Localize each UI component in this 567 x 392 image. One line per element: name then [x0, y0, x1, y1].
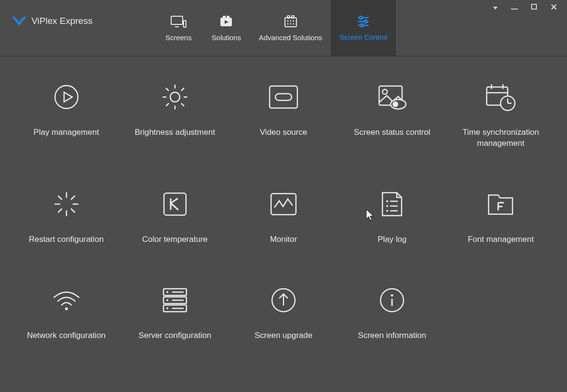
- svg-point-12: [287, 23, 288, 24]
- tile-time-synchronization-management[interactable]: Time synchronization management: [453, 80, 548, 149]
- tile-label: Play management: [33, 127, 99, 138]
- tile-font-management[interactable]: Font management: [453, 187, 548, 245]
- play-icon: [52, 80, 81, 114]
- main-tabs: Screens Solutions: [154, 0, 396, 56]
- tile-label: Screen status control: [354, 127, 430, 138]
- svg-point-11: [293, 20, 294, 22]
- tile-color-temperature[interactable]: Color temperature: [127, 187, 223, 245]
- tile-play-log[interactable]: Play log: [344, 187, 440, 245]
- tab-label: Advanced Solutions: [259, 33, 322, 42]
- svg-point-65: [166, 299, 168, 301]
- tile-server-configuration[interactable]: Server configuration: [127, 283, 223, 341]
- tile-label: Video source: [260, 127, 307, 138]
- tile-label: Network configuration: [27, 330, 105, 341]
- tile-restart-configuration[interactable]: Restart configuration: [19, 187, 114, 245]
- play-log-icon: [379, 187, 405, 221]
- svg-rect-2: [184, 21, 186, 27]
- tab-screens[interactable]: Screens: [154, 0, 202, 56]
- screen-status-icon: [376, 80, 408, 114]
- svg-point-56: [386, 205, 388, 207]
- svg-point-54: [386, 200, 388, 202]
- svg-line-28: [181, 103, 184, 106]
- screen-control-icon: [356, 15, 371, 29]
- svg-rect-6: [285, 18, 296, 27]
- monitor-icon: [269, 187, 298, 221]
- tab-label: Screens: [165, 33, 192, 42]
- svg-point-14: [293, 23, 294, 24]
- tile-screen-upgrade[interactable]: Screen upgrade: [236, 283, 331, 341]
- tile-screen-information[interactable]: Screen information: [344, 283, 440, 341]
- tile-label: Screen upgrade: [254, 330, 312, 341]
- tile-label: Play log: [378, 234, 406, 245]
- tile-label: Screen information: [358, 330, 426, 341]
- svg-rect-32: [275, 94, 292, 100]
- tile-brightness-adjustment[interactable]: Brightness adjustment: [127, 80, 223, 149]
- tile-play-management[interactable]: Play management: [19, 80, 114, 149]
- screens-icon: [170, 15, 186, 30]
- window-maximize-button[interactable]: [531, 3, 537, 11]
- advanced-solutions-icon: [284, 15, 298, 30]
- app-title: ViPlex Express: [32, 16, 92, 26]
- svg-point-16: [360, 16, 362, 19]
- tile-network-configuration[interactable]: Network configuration: [19, 283, 114, 341]
- svg-line-30: [181, 88, 184, 91]
- svg-point-60: [65, 307, 68, 310]
- main-content: Play management Brightness adjustment: [0, 56, 567, 392]
- window-close-button[interactable]: ✕: [550, 4, 557, 11]
- svg-rect-4: [223, 16, 226, 18]
- window-menu-dropdown[interactable]: [493, 3, 498, 11]
- svg-rect-31: [270, 86, 297, 108]
- tile-monitor[interactable]: Monitor: [236, 187, 331, 245]
- tile-label: Monitor: [270, 234, 297, 245]
- tab-screen-control[interactable]: Screen Control: [331, 0, 396, 56]
- svg-point-34: [382, 89, 387, 94]
- svg-point-66: [166, 307, 168, 309]
- svg-point-58: [386, 210, 388, 212]
- restart-icon: [52, 187, 81, 221]
- svg-rect-5: [227, 16, 229, 18]
- tile-label: Font management: [468, 234, 534, 245]
- tab-solutions[interactable]: Solutions: [202, 0, 250, 56]
- tile-label: Time synchronization management: [453, 127, 548, 149]
- app-logo-icon: [12, 16, 26, 26]
- info-icon: [378, 283, 406, 317]
- window-controls: ✕: [483, 0, 567, 14]
- svg-line-51: [71, 196, 75, 199]
- svg-rect-0: [171, 16, 183, 24]
- font-management-icon: [486, 187, 515, 221]
- app-header: ViPlex Express Screens So: [0, 0, 567, 56]
- control-tiles-grid: Play management Brightness adjustment: [14, 80, 553, 341]
- svg-line-48: [58, 196, 62, 199]
- svg-point-9: [287, 20, 288, 22]
- tab-label: Solutions: [212, 33, 241, 42]
- svg-point-36: [393, 101, 398, 107]
- tab-label: Screen Control: [339, 33, 387, 41]
- svg-rect-7: [287, 16, 290, 18]
- svg-point-22: [170, 92, 180, 102]
- wifi-icon: [51, 283, 82, 317]
- logo-area: ViPlex Express: [12, 16, 92, 26]
- solutions-icon: [219, 15, 233, 30]
- svg-point-20: [360, 24, 363, 27]
- svg-point-10: [290, 20, 291, 22]
- svg-line-50: [58, 209, 62, 212]
- tile-label: Brightness adjustment: [135, 127, 215, 138]
- server-icon: [161, 283, 189, 317]
- svg-line-27: [166, 88, 169, 91]
- svg-line-29: [166, 103, 169, 106]
- tile-label: Server configuration: [139, 330, 211, 341]
- tab-advanced-solutions[interactable]: Advanced Solutions: [250, 0, 331, 56]
- svg-point-64: [166, 291, 168, 293]
- brightness-icon: [160, 80, 190, 114]
- svg-rect-52: [164, 193, 186, 215]
- tile-screen-status-control[interactable]: Screen status control: [344, 80, 440, 149]
- tile-label: Restart configuration: [29, 234, 104, 245]
- tile-video-source[interactable]: Video source: [236, 80, 331, 149]
- video-source-icon: [268, 80, 299, 114]
- upgrade-icon: [270, 283, 297, 317]
- svg-rect-8: [292, 16, 294, 18]
- time-sync-icon: [484, 80, 517, 114]
- window-minimize-button[interactable]: [511, 3, 518, 11]
- svg-point-18: [364, 20, 367, 23]
- tile-label: Color temperature: [142, 234, 207, 245]
